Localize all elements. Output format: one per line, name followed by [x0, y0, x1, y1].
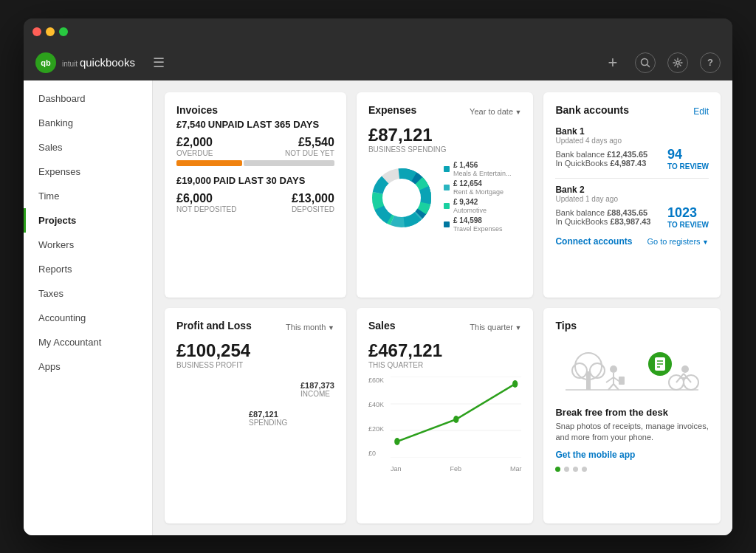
pnl-title: Profit and Loss: [176, 320, 252, 332]
dashboard-content: Invoices £7,540 UNPAID LAST 365 DAYS £2,…: [153, 80, 732, 535]
app-header: qb intuit quickbooks ☰ + ?: [24, 45, 732, 80]
bank1-balance-detail: Bank balance £12,435.65 In QuickBooks £4…: [555, 150, 647, 168]
svg-line-26: [614, 384, 619, 390]
bar-not-deposited: [176, 216, 231, 222]
legend-text-2: £ 9,342 Automotive: [453, 198, 487, 214]
pnl-income-labels: £187,373 INCOME: [300, 381, 334, 398]
tips-dot-2[interactable]: [573, 467, 578, 472]
expense-legend: £ 1,456 Meals & Entertain... £ 12,654 Re…: [444, 161, 522, 235]
logo-area: qb intuit quickbooks ☰: [35, 52, 602, 73]
invoices-bar-paid: [176, 216, 334, 222]
bank1-balances: Bank balance £12,435.65 In QuickBooks £4…: [555, 147, 709, 171]
maximize-button[interactable]: [59, 27, 68, 36]
expenses-total: £87,121: [368, 125, 522, 145]
bar-not-due: [244, 160, 334, 166]
get-mobile-app-link[interactable]: Get the mobile app: [555, 450, 635, 460]
not-deposited-amount: £6,000: [176, 192, 237, 205]
sales-card: Sales This quarter £467,121 THIS QUARTER…: [357, 308, 534, 523]
invoice-deposited-row: £6,000 NOT DEPOSITED £13,000 DEPOSITED: [176, 192, 334, 213]
sidebar-item-accounting[interactable]: Accounting: [24, 306, 152, 330]
tips-dot-1[interactable]: [564, 467, 569, 472]
traffic-lights: [32, 27, 68, 36]
unpaid-label: UNPAID LAST 365 DAYS: [208, 119, 319, 130]
sidebar-item-sales[interactable]: Sales: [24, 135, 152, 159]
pnl-sub: BUSINESS PROFIT: [176, 361, 334, 369]
settings-icon[interactable]: [667, 52, 688, 73]
svg-point-2: [676, 61, 679, 64]
connect-accounts-link[interactable]: Connect accounts: [555, 236, 632, 247]
sidebar-item-taxes[interactable]: Taxes: [24, 281, 152, 306]
sales-title: Sales: [368, 320, 396, 332]
legend-item-2: £ 9,342 Automotive: [444, 198, 522, 214]
legend-item-3: £ 14,598 Travel Expenses: [444, 216, 522, 233]
sidebar-item-dashboard[interactable]: Dashboard: [24, 86, 152, 111]
legend-color-1: [444, 185, 450, 190]
bank-divider: [555, 178, 709, 179]
logo-icon: qb: [35, 52, 56, 73]
hamburger-icon[interactable]: ☰: [153, 55, 165, 71]
tips-pagination-dots: [555, 467, 709, 472]
pnl-spending-row: £87,121 SPENDING: [176, 410, 334, 427]
tips-title: Tips: [555, 320, 709, 332]
sales-sub: THIS QUARTER: [368, 361, 522, 369]
sales-chart: £60K £40K £20K £0: [368, 377, 522, 473]
close-button[interactable]: [32, 27, 41, 36]
sales-filter[interactable]: This quarter: [470, 323, 521, 332]
expenses-sub: BUSINESS SPENDING: [368, 145, 522, 154]
pnl-filter[interactable]: This month: [286, 323, 334, 332]
legend-color-0: [444, 166, 450, 172]
bank2-updated: Updated 1 day ago: [555, 195, 709, 203]
bank1-item: Bank 1 Updated 4 days ago Bank balance £…: [555, 126, 709, 171]
minimize-button[interactable]: [46, 27, 55, 36]
not-deposited-label: NOT DEPOSITED: [176, 205, 237, 213]
sidebar-item-myaccountant[interactable]: My Accountant: [24, 330, 152, 354]
overdue-label: OVERDUE: [176, 149, 213, 157]
bank-footer: Connect accounts Go to registers: [555, 236, 709, 247]
expenses-filter[interactable]: Year to date: [470, 107, 521, 116]
bank1-qb-balance: In QuickBooks £4,987.43: [555, 159, 647, 168]
svg-point-38: [681, 365, 689, 373]
deposited-label: DEPOSITED: [292, 205, 334, 213]
add-icon[interactable]: +: [602, 52, 623, 73]
legend-text-0: £ 1,456 Meals & Entertain...: [453, 161, 512, 177]
expenses-header: Expenses Year to date: [368, 104, 522, 119]
bank2-balance-detail: Bank balance £88,435.65 In QuickBooks £8…: [555, 208, 650, 226]
bank-accounts-card: Bank accounts Edit Bank 1 Updated 4 days…: [543, 92, 721, 298]
tips-illustration: [555, 334, 709, 401]
sidebar-item-banking[interactable]: Banking: [24, 111, 152, 135]
expenses-title: Expenses: [368, 104, 416, 116]
tips-dot-0[interactable]: [555, 467, 560, 472]
pnl-spending-bar: [176, 410, 243, 426]
sidebar-item-projects[interactable]: Projects: [24, 208, 152, 233]
help-icon[interactable]: ?: [700, 52, 721, 73]
go-to-registers-link[interactable]: Go to registers: [647, 237, 709, 246]
sales-total: £467,121: [368, 340, 522, 361]
legend-color-3: [444, 221, 450, 227]
bank2-review[interactable]: 1023 TO REVIEW: [667, 205, 709, 229]
tips-dot-3[interactable]: [582, 467, 587, 472]
svg-rect-27: [619, 377, 625, 385]
expenses-content: £ 1,456 Meals & Entertain... £ 12,654 Re…: [368, 161, 522, 235]
pnl-spending-labels: £87,121 SPENDING: [249, 410, 287, 427]
sidebar-item-apps[interactable]: Apps: [24, 354, 152, 379]
svg-line-1: [647, 64, 650, 66]
legend-text-1: £ 12,654 Rent & Mortgage: [453, 179, 504, 196]
bank1-updated: Updated 4 days ago: [555, 137, 709, 145]
bank2-balances: Bank balance £88,435.65 In QuickBooks £8…: [555, 205, 709, 229]
legend-text-3: £ 14,598 Travel Expenses: [453, 216, 503, 233]
chart-area: [391, 377, 522, 458]
logo-text: intuit quickbooks: [62, 56, 135, 69]
bank2-name: Bank 2: [555, 185, 709, 195]
pnl-header: Profit and Loss This month: [176, 320, 334, 334]
bank-edit-button[interactable]: Edit: [693, 106, 709, 117]
sidebar-item-time[interactable]: Time: [24, 184, 152, 208]
profit-loss-card: Profit and Loss This month £100,254 BUSI…: [165, 308, 346, 523]
search-icon[interactable]: [635, 52, 656, 73]
pnl-income-bar: [176, 381, 295, 397]
sidebar-item-workers[interactable]: Workers: [24, 233, 152, 257]
bank1-review[interactable]: 94 TO REVIEW: [667, 147, 709, 171]
sidebar-item-expenses[interactable]: Expenses: [24, 159, 152, 184]
deposited-amount: £13,000: [292, 192, 334, 205]
invoices-title: Invoices: [176, 104, 334, 116]
sidebar-item-reports[interactable]: Reports: [24, 257, 152, 281]
